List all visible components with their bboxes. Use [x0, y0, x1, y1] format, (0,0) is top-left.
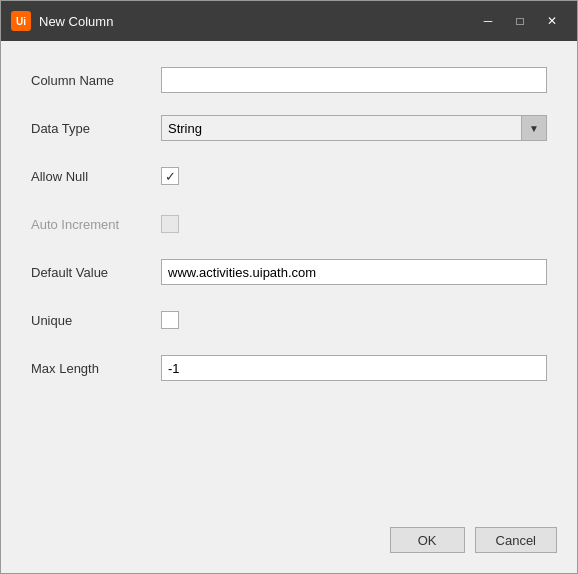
max-length-label: Max Length — [31, 361, 161, 376]
allow-null-label: Allow Null — [31, 169, 161, 184]
footer: OK Cancel — [1, 512, 577, 573]
auto-increment-checkbox — [161, 215, 179, 233]
default-value-label: Default Value — [31, 265, 161, 280]
data-type-select-wrapper: String Int32 Int64 Boolean DateTime Doub… — [161, 115, 547, 141]
maximize-button[interactable]: □ — [505, 8, 535, 34]
allow-null-checkbox[interactable] — [161, 167, 179, 185]
window-title: New Column — [39, 14, 473, 29]
window-controls: ─ □ ✕ — [473, 8, 567, 34]
default-value-row: Default Value — [31, 258, 547, 286]
data-type-select[interactable]: String Int32 Int64 Boolean DateTime Doub… — [161, 115, 547, 141]
unique-row: Unique — [31, 306, 547, 334]
unique-checkbox[interactable] — [161, 311, 179, 329]
data-type-row: Data Type String Int32 Int64 Boolean Dat… — [31, 114, 547, 142]
auto-increment-label: Auto Increment — [31, 217, 161, 232]
titlebar: Ui New Column ─ □ ✕ — [1, 1, 577, 41]
max-length-row: Max Length — [31, 354, 547, 382]
app-logo: Ui — [11, 11, 31, 31]
max-length-input[interactable] — [161, 355, 547, 381]
data-type-label: Data Type — [31, 121, 161, 136]
cancel-button[interactable]: Cancel — [475, 527, 557, 553]
allow-null-row: Allow Null — [31, 162, 547, 190]
auto-increment-row: Auto Increment — [31, 210, 547, 238]
minimize-button[interactable]: ─ — [473, 8, 503, 34]
column-name-label: Column Name — [31, 73, 161, 88]
new-column-dialog: Ui New Column ─ □ ✕ Column Name Data Typ… — [0, 0, 578, 574]
default-value-input[interactable] — [161, 259, 547, 285]
ok-button[interactable]: OK — [390, 527, 465, 553]
close-button[interactable]: ✕ — [537, 8, 567, 34]
unique-label: Unique — [31, 313, 161, 328]
form-content: Column Name Data Type String Int32 Int64… — [1, 41, 577, 512]
column-name-input[interactable] — [161, 67, 547, 93]
column-name-row: Column Name — [31, 66, 547, 94]
